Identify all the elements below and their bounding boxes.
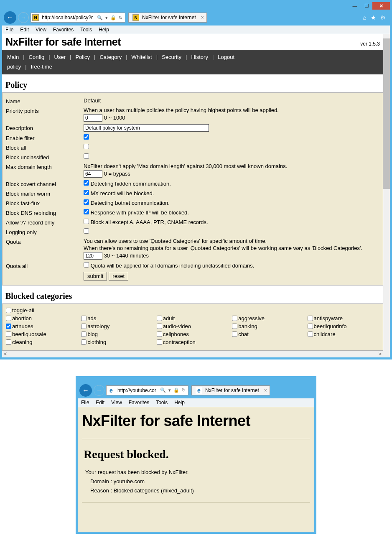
menu-favorites[interactable]: Favorites	[129, 400, 149, 405]
category-beerliquorinfo[interactable]: beerliquorinfo	[308, 323, 379, 329]
nav-policy[interactable]: Policy	[75, 54, 90, 60]
dropdown-icon[interactable]: ▾	[168, 387, 171, 393]
nav-whitelist[interactable]: Whitelist	[132, 54, 152, 60]
mailer-checkbox[interactable]	[84, 190, 89, 195]
bread-free-time[interactable]: free-time	[31, 64, 52, 70]
category-contraception[interactable]: contraception	[157, 339, 229, 345]
category-cellphones[interactable]: cellphones	[157, 331, 229, 337]
bread-policy[interactable]: policy	[7, 64, 21, 70]
category-checkbox-banking[interactable]	[232, 324, 237, 329]
category-checkbox-adult[interactable]	[157, 316, 162, 321]
reset-button[interactable]: reset	[109, 272, 128, 280]
block-all-checkbox[interactable]	[84, 144, 89, 149]
scroll-left-icon[interactable]: <	[4, 351, 7, 357]
covert-checkbox[interactable]	[84, 180, 89, 186]
address-bar[interactable]: e 🔍 ▾ 🔒 ↻	[106, 385, 188, 395]
block-unclassified-checkbox[interactable]	[84, 153, 89, 159]
category-blog[interactable]: blog	[81, 331, 153, 337]
category-checkbox-abortion[interactable]	[6, 316, 11, 321]
category-checkbox-chat[interactable]	[232, 331, 237, 337]
browser-tab[interactable]: N NxFilter for safe Internet ×	[128, 13, 207, 23]
category-checkbox-aggressive[interactable]	[232, 316, 237, 321]
category-adult[interactable]: adult	[157, 315, 229, 321]
menu-favorites[interactable]: Favorites	[53, 27, 74, 33]
category-artnudes[interactable]: artnudes	[6, 323, 78, 329]
category-checkbox-ads[interactable]	[81, 316, 87, 321]
dnsreb-checkbox[interactable]	[84, 209, 89, 214]
category-checkbox-audio-video[interactable]	[157, 324, 162, 329]
menu-edit[interactable]: Edit	[96, 400, 104, 405]
scroll-right-icon[interactable]: >	[378, 351, 382, 357]
category-checkbox-cleaning[interactable]	[6, 339, 11, 345]
maximize-button[interactable]: ☐	[361, 2, 372, 10]
menu-help[interactable]: Help	[99, 27, 109, 33]
horizontal-scrollbar[interactable]: <>	[2, 351, 383, 357]
category-aggressive[interactable]: aggressive	[232, 315, 304, 321]
back-button[interactable]: ←	[79, 384, 92, 397]
menu-help[interactable]: Help	[174, 400, 185, 405]
forward-button[interactable]: →	[18, 12, 29, 23]
category-beerliquorsale[interactable]: beerliquorsale	[6, 331, 78, 337]
max-domain-input[interactable]	[84, 170, 102, 178]
url-input[interactable]	[116, 387, 158, 394]
forward-button[interactable]: →	[94, 385, 104, 396]
tab-close-icon[interactable]: ×	[264, 387, 267, 393]
category-checkbox-artnudes[interactable]	[6, 324, 11, 329]
close-button[interactable]: ✕	[372, 2, 390, 10]
menu-edit[interactable]: Edit	[20, 27, 29, 33]
tab-close-icon[interactable]: ×	[201, 15, 204, 20]
category-clothing[interactable]: clothing	[81, 339, 153, 345]
back-button[interactable]: ←	[4, 11, 16, 24]
category-childcare[interactable]: childcare	[308, 331, 379, 337]
nav-category[interactable]: Category	[99, 54, 122, 60]
category-checkbox-childcare[interactable]	[308, 331, 313, 337]
menu-tools[interactable]: Tools	[80, 27, 92, 33]
minimize-button[interactable]: —	[349, 2, 361, 10]
menu-tools[interactable]: Tools	[156, 400, 168, 405]
refresh-icon[interactable]: ↻	[119, 15, 122, 20]
category-checkbox-beerliquorsale[interactable]	[6, 331, 11, 337]
nav-logout[interactable]: Logout	[218, 54, 234, 60]
category-astrology[interactable]: astrology	[81, 323, 153, 329]
search-icon[interactable]: 🔍	[160, 387, 166, 393]
category-checkbox-contraception[interactable]	[157, 339, 162, 345]
category-banking[interactable]: banking	[232, 323, 304, 329]
nav-user[interactable]: User	[54, 54, 66, 60]
arec-checkbox[interactable]	[84, 219, 89, 224]
address-bar[interactable]: N 🔍 ▾ 🔒 ↻	[31, 13, 125, 23]
category-toggle-all[interactable]: toggle-all	[6, 307, 379, 314]
quota-all-checkbox[interactable]	[84, 262, 89, 268]
dropdown-icon[interactable]: ▾	[105, 15, 108, 20]
category-cleaning[interactable]: cleaning	[6, 339, 78, 345]
nav-main[interactable]: Main	[7, 54, 19, 60]
url-input[interactable]	[40, 14, 94, 21]
category-checkbox-blog[interactable]	[81, 331, 87, 337]
submit-button[interactable]: submit	[84, 272, 107, 280]
home-icon[interactable]: ⌂	[363, 14, 367, 21]
vertical-scrollbar[interactable]	[383, 34, 390, 357]
category-checkbox-beerliquorinfo[interactable]	[308, 324, 313, 329]
logging-only-checkbox[interactable]	[84, 228, 89, 234]
menu-file[interactable]: File	[81, 400, 89, 405]
category-antispyware[interactable]: antispyware	[308, 315, 379, 321]
category-chat[interactable]: chat	[232, 331, 304, 337]
browser-tab[interactable]: e NxFilter for safe Internet ×	[191, 385, 270, 395]
category-audio-video[interactable]: audio-video	[157, 323, 229, 329]
nav-history[interactable]: History	[191, 54, 208, 60]
category-abortion[interactable]: abortion	[6, 315, 78, 321]
menu-view[interactable]: View	[36, 27, 46, 33]
fastflux-checkbox[interactable]	[84, 199, 89, 205]
search-icon[interactable]: 🔍	[97, 15, 103, 20]
nav-security[interactable]: Security	[162, 54, 181, 60]
refresh-icon[interactable]: ↻	[182, 387, 186, 393]
enable-filter-checkbox[interactable]	[84, 134, 89, 140]
nav-config[interactable]: Config	[29, 54, 45, 60]
menu-view[interactable]: View	[111, 400, 122, 405]
quota-input[interactable]	[84, 252, 102, 260]
favorites-icon[interactable]: ★	[371, 14, 376, 21]
category-checkbox-antispyware[interactable]	[308, 316, 313, 321]
category-checkbox-cellphones[interactable]	[157, 331, 162, 337]
category-ads[interactable]: ads	[81, 315, 153, 321]
menu-file[interactable]: File	[5, 27, 13, 33]
category-checkbox-astrology[interactable]	[81, 324, 87, 329]
